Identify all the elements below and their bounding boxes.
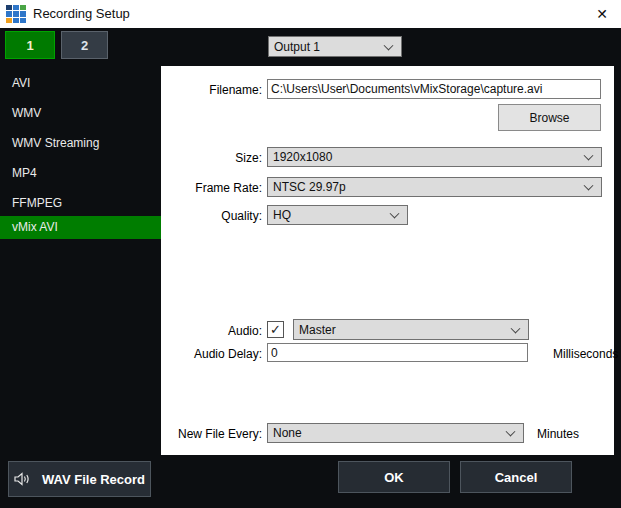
audio-bus-select-value: Master: [299, 323, 336, 337]
recording-setup-dialog: Recording Setup ✕ 1 2 Output 1 AVI WMV W…: [0, 0, 621, 508]
size-select-value: 1920x1080: [273, 150, 332, 164]
output-select-value: Output 1: [274, 40, 320, 54]
audio-delay-label: Audio Delay:: [150, 347, 262, 361]
sidebar-item-ffmpeg[interactable]: FFMPEG: [0, 192, 161, 215]
chevron-down-icon: [384, 40, 394, 50]
quality-select-value: HQ: [273, 208, 291, 222]
audio-bus-select[interactable]: Master: [293, 319, 529, 340]
new-file-every-unit: Minutes: [537, 427, 579, 441]
frame-rate-select[interactable]: NTSC 29.97p: [267, 177, 602, 197]
size-label: Size:: [150, 151, 262, 165]
close-icon[interactable]: ✕: [591, 4, 613, 24]
wav-file-record-label: WAV File Record: [42, 472, 145, 487]
chevron-down-icon: [584, 151, 594, 161]
dialog-title: Recording Setup: [33, 6, 130, 21]
ok-button[interactable]: OK: [338, 461, 450, 493]
size-select[interactable]: 1920x1080: [267, 147, 602, 167]
audio-delay-input[interactable]: [267, 343, 528, 362]
chevron-down-icon: [506, 427, 516, 437]
new-file-every-select[interactable]: None: [267, 423, 524, 443]
browse-button[interactable]: Browse: [498, 104, 601, 131]
new-file-every-value: None: [273, 426, 302, 440]
chevron-down-icon: [584, 181, 594, 191]
sidebar-item-mp4[interactable]: MP4: [0, 162, 161, 185]
sidebar-item-avi[interactable]: AVI: [0, 72, 161, 95]
quality-select[interactable]: HQ: [267, 205, 408, 225]
new-file-every-label: New File Every:: [150, 427, 262, 441]
filename-label: Filename:: [150, 83, 262, 97]
frame-rate-label: Frame Rate:: [150, 181, 262, 195]
quality-label: Quality:: [150, 209, 262, 223]
frame-rate-select-value: NTSC 29.97p: [273, 180, 346, 194]
sidebar-item-wmv[interactable]: WMV: [0, 102, 161, 125]
tab-recorder-2[interactable]: 2: [61, 31, 108, 59]
audio-label: Audio:: [150, 324, 262, 338]
chevron-down-icon: [390, 209, 400, 219]
sidebar-item-wmv-streaming[interactable]: WMV Streaming: [0, 132, 161, 155]
audio-delay-unit: Milliseconds: [553, 347, 618, 361]
wav-file-record-button[interactable]: WAV File Record: [8, 461, 151, 497]
vmix-logo-icon: [6, 5, 26, 23]
tab-recorder-1[interactable]: 1: [5, 31, 55, 59]
titlebar: Recording Setup ✕: [0, 0, 621, 28]
sidebar-item-vmix-avi[interactable]: vMix AVI: [0, 216, 161, 239]
check-icon: ✓: [270, 323, 281, 336]
chevron-down-icon: [511, 323, 521, 333]
filename-input[interactable]: [267, 79, 601, 99]
speaker-icon: [14, 472, 30, 486]
output-select[interactable]: Output 1: [268, 36, 402, 57]
cancel-button[interactable]: Cancel: [460, 461, 572, 493]
audio-checkbox[interactable]: ✓: [267, 321, 284, 338]
